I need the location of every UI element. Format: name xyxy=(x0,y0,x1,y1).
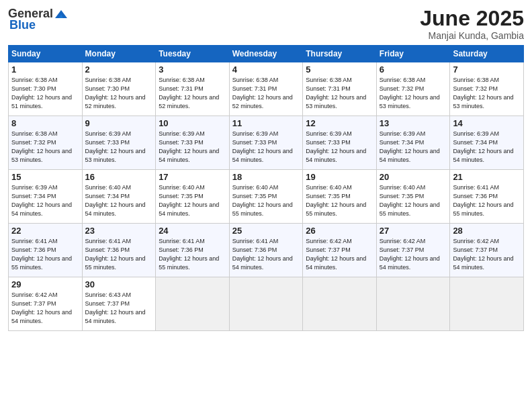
day-number: 3 xyxy=(159,64,226,75)
day-info: Sunrise: 6:41 AM Sunset: 7:36 PM Dayligh… xyxy=(11,237,79,272)
sunrise-label: Sunrise: 6:38 AM xyxy=(306,77,352,83)
day-info: Sunrise: 6:39 AM Sunset: 7:34 PM Dayligh… xyxy=(380,130,447,165)
daylight-label: Daylight: 12 hours and 54 minutes. xyxy=(453,255,513,271)
sunset-label: Sunset: 7:33 PM xyxy=(232,139,277,146)
daylight-label: Daylight: 12 hours and 52 minutes. xyxy=(159,94,219,109)
day-info: Sunrise: 6:40 AM Sunset: 7:35 PM Dayligh… xyxy=(306,183,373,218)
daylight-label: Daylight: 12 hours and 54 minutes. xyxy=(232,255,293,271)
sunrise-label: Sunrise: 6:41 AM xyxy=(232,238,279,244)
sunset-label: Sunset: 7:36 PM xyxy=(11,246,56,253)
day-info: Sunrise: 6:38 AM Sunset: 7:30 PM Dayligh… xyxy=(11,76,79,111)
daylight-label: Daylight: 12 hours and 54 minutes. xyxy=(453,148,513,163)
daylight-label: Daylight: 12 hours and 52 minutes. xyxy=(232,94,293,109)
sunrise-label: Sunrise: 6:38 AM xyxy=(380,77,426,83)
day-info: Sunrise: 6:41 AM Sunset: 7:36 PM Dayligh… xyxy=(453,183,521,218)
day-number: 2 xyxy=(85,64,153,75)
calendar-cell: 10 Sunrise: 6:39 AM Sunset: 7:33 PM Dayl… xyxy=(156,116,230,170)
sunset-label: Sunset: 7:34 PM xyxy=(85,193,130,199)
day-number: 29 xyxy=(11,279,79,289)
calendar-cell: 19 Sunrise: 6:40 AM Sunset: 7:35 PM Dayl… xyxy=(303,170,377,224)
sunrise-label: Sunrise: 6:39 AM xyxy=(232,130,279,137)
sunset-label: Sunset: 7:35 PM xyxy=(159,193,204,199)
calendar-table: Sunday Monday Tuesday Wednesday Thursday… xyxy=(8,45,524,331)
sunrise-label: Sunrise: 6:38 AM xyxy=(159,77,205,83)
day-info: Sunrise: 6:39 AM Sunset: 7:33 PM Dayligh… xyxy=(306,130,373,165)
calendar-cell: 15 Sunrise: 6:39 AM Sunset: 7:34 PM Dayl… xyxy=(9,170,83,224)
daylight-label: Daylight: 12 hours and 54 minutes. xyxy=(232,148,293,163)
calendar-row-1: 1 Sunrise: 6:38 AM Sunset: 7:30 PM Dayli… xyxy=(9,62,524,116)
daylight-label: Daylight: 12 hours and 54 minutes. xyxy=(306,255,366,271)
logo-icon xyxy=(54,9,69,19)
calendar-cell: 26 Sunrise: 6:42 AM Sunset: 7:37 PM Dayl… xyxy=(303,224,377,277)
daylight-label: Daylight: 12 hours and 53 minutes. xyxy=(85,148,146,163)
day-number: 24 xyxy=(159,226,226,236)
sunrise-label: Sunrise: 6:38 AM xyxy=(85,77,132,83)
sunrise-label: Sunrise: 6:39 AM xyxy=(453,130,499,137)
calendar-cell: 3 Sunrise: 6:38 AM Sunset: 7:31 PM Dayli… xyxy=(156,62,230,116)
day-number: 16 xyxy=(85,172,153,182)
sunset-label: Sunset: 7:32 PM xyxy=(380,85,425,92)
calendar-cell xyxy=(450,277,524,331)
day-info: Sunrise: 6:40 AM Sunset: 7:35 PM Dayligh… xyxy=(232,183,300,218)
calendar-cell xyxy=(303,277,377,331)
day-number: 1 xyxy=(11,64,79,75)
sunset-label: Sunset: 7:37 PM xyxy=(85,300,130,307)
sunset-label: Sunset: 7:37 PM xyxy=(380,246,425,253)
calendar-cell: 25 Sunrise: 6:41 AM Sunset: 7:36 PM Dayl… xyxy=(229,224,303,277)
daylight-label: Daylight: 12 hours and 52 minutes. xyxy=(85,94,146,109)
sunrise-label: Sunrise: 6:39 AM xyxy=(159,130,205,137)
day-info: Sunrise: 6:40 AM Sunset: 7:34 PM Dayligh… xyxy=(85,183,153,218)
day-info: Sunrise: 6:43 AM Sunset: 7:37 PM Dayligh… xyxy=(85,291,153,326)
main-container: General Blue June 2025 Manjai Kunda, Gam… xyxy=(0,0,532,338)
daylight-label: Daylight: 12 hours and 54 minutes. xyxy=(85,309,146,324)
header: General Blue June 2025 Manjai Kunda, Gam… xyxy=(8,7,524,41)
sunset-label: Sunset: 7:30 PM xyxy=(85,85,130,92)
calendar-location: Manjai Kunda, Gambia xyxy=(420,30,524,41)
daylight-label: Daylight: 12 hours and 53 minutes. xyxy=(11,148,72,163)
day-info: Sunrise: 6:38 AM Sunset: 7:32 PM Dayligh… xyxy=(11,130,79,165)
sunset-label: Sunset: 7:36 PM xyxy=(453,193,498,199)
calendar-cell xyxy=(156,277,230,331)
header-sunday: Sunday xyxy=(9,46,83,62)
calendar-cell: 16 Sunrise: 6:40 AM Sunset: 7:34 PM Dayl… xyxy=(82,170,156,224)
calendar-cell: 21 Sunrise: 6:41 AM Sunset: 7:36 PM Dayl… xyxy=(450,170,524,224)
calendar-cell: 8 Sunrise: 6:38 AM Sunset: 7:32 PM Dayli… xyxy=(9,116,83,170)
sunrise-label: Sunrise: 6:40 AM xyxy=(380,184,426,191)
day-info: Sunrise: 6:40 AM Sunset: 7:35 PM Dayligh… xyxy=(380,183,447,218)
sunset-label: Sunset: 7:31 PM xyxy=(306,85,351,92)
calendar-cell: 14 Sunrise: 6:39 AM Sunset: 7:34 PM Dayl… xyxy=(450,116,524,170)
daylight-label: Daylight: 12 hours and 54 minutes. xyxy=(11,201,72,217)
sunset-label: Sunset: 7:37 PM xyxy=(306,246,351,253)
day-number: 5 xyxy=(306,64,373,75)
header-saturday: Saturday xyxy=(450,46,524,62)
calendar-cell: 9 Sunrise: 6:39 AM Sunset: 7:33 PM Dayli… xyxy=(82,116,156,170)
calendar-cell: 18 Sunrise: 6:40 AM Sunset: 7:35 PM Dayl… xyxy=(229,170,303,224)
day-number: 30 xyxy=(85,279,153,289)
day-number: 17 xyxy=(159,172,226,182)
sunset-label: Sunset: 7:30 PM xyxy=(11,85,56,92)
sunset-label: Sunset: 7:32 PM xyxy=(453,85,498,92)
calendar-cell: 22 Sunrise: 6:41 AM Sunset: 7:36 PM Dayl… xyxy=(9,224,83,277)
day-number: 11 xyxy=(232,118,300,128)
sunrise-label: Sunrise: 6:40 AM xyxy=(159,184,205,191)
day-info: Sunrise: 6:39 AM Sunset: 7:33 PM Dayligh… xyxy=(85,130,153,165)
calendar-cell: 27 Sunrise: 6:42 AM Sunset: 7:37 PM Dayl… xyxy=(376,224,450,277)
calendar-row-2: 8 Sunrise: 6:38 AM Sunset: 7:32 PM Dayli… xyxy=(9,116,524,170)
calendar-cell: 5 Sunrise: 6:38 AM Sunset: 7:31 PM Dayli… xyxy=(303,62,377,116)
calendar-cell: 29 Sunrise: 6:42 AM Sunset: 7:37 PM Dayl… xyxy=(9,277,83,331)
day-number: 20 xyxy=(380,172,447,182)
day-info: Sunrise: 6:42 AM Sunset: 7:37 PM Dayligh… xyxy=(380,237,447,272)
day-info: Sunrise: 6:42 AM Sunset: 7:37 PM Dayligh… xyxy=(11,291,79,326)
day-number: 12 xyxy=(306,118,373,128)
daylight-label: Daylight: 12 hours and 55 minutes. xyxy=(85,255,146,271)
day-number: 9 xyxy=(85,118,153,128)
daylight-label: Daylight: 12 hours and 55 minutes. xyxy=(380,201,440,217)
calendar-cell: 17 Sunrise: 6:40 AM Sunset: 7:35 PM Dayl… xyxy=(156,170,230,224)
sunrise-label: Sunrise: 6:38 AM xyxy=(232,77,279,83)
calendar-cell: 1 Sunrise: 6:38 AM Sunset: 7:30 PM Dayli… xyxy=(9,62,83,116)
calendar-cell: 20 Sunrise: 6:40 AM Sunset: 7:35 PM Dayl… xyxy=(376,170,450,224)
day-number: 14 xyxy=(453,118,521,128)
calendar-cell xyxy=(229,277,303,331)
calendar-cell: 24 Sunrise: 6:41 AM Sunset: 7:36 PM Dayl… xyxy=(156,224,230,277)
daylight-label: Daylight: 12 hours and 55 minutes. xyxy=(11,255,72,271)
